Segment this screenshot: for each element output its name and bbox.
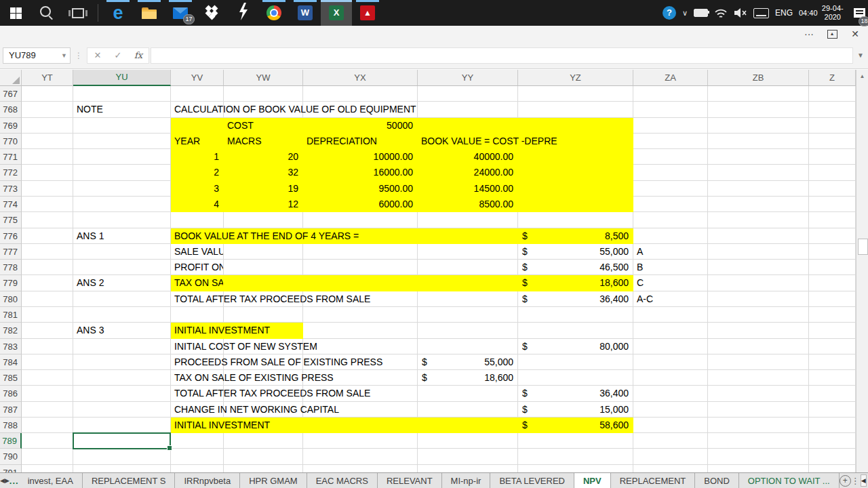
cell-YZ773[interactable] <box>518 181 633 197</box>
cell-ZB789[interactable] <box>708 433 809 449</box>
name-box-dropdown-icon[interactable]: ▼ <box>61 52 67 59</box>
cell-YT772[interactable] <box>22 165 73 180</box>
cell-ZB770[interactable] <box>708 134 809 149</box>
cell-YX789[interactable] <box>303 433 418 449</box>
cell-YW777[interactable] <box>224 244 303 260</box>
cell-YX774[interactable]: 6000.00 <box>303 197 418 212</box>
cell-Z778[interactable] <box>809 260 856 275</box>
cell-YU790[interactable] <box>73 449 171 464</box>
cell-YV772[interactable]: 2 <box>171 165 224 180</box>
taskbar-word-button[interactable]: W <box>290 0 321 26</box>
cell-YY767[interactable] <box>418 86 518 102</box>
row-header-778[interactable]: 778 <box>0 260 22 275</box>
cell-YX779[interactable] <box>303 275 418 291</box>
cell-YZ779[interactable]: $18,600 <box>518 275 633 291</box>
cell-YY774[interactable]: 8500.00 <box>418 197 518 212</box>
taskbar-search-button[interactable] <box>31 0 62 26</box>
language-indicator[interactable]: ENG <box>775 0 793 26</box>
cell-ZB784[interactable] <box>708 354 809 370</box>
cell-YW771[interactable]: 20 <box>224 149 303 165</box>
cell-YZ774[interactable] <box>518 197 633 212</box>
cell-YZ788[interactable]: $58,600 <box>518 418 633 433</box>
cell-YZ782[interactable] <box>518 323 633 338</box>
cell-YT782[interactable] <box>22 323 73 338</box>
cell-YU774[interactable] <box>73 197 171 212</box>
cell-YV775[interactable] <box>171 212 224 228</box>
scroll-up-icon[interactable]: ▲ <box>856 70 868 83</box>
cell-YT769[interactable] <box>22 118 73 134</box>
cell-ZB786[interactable] <box>708 386 809 401</box>
cell-ZA782[interactable] <box>633 323 708 338</box>
row-header-783[interactable]: 783 <box>0 339 22 354</box>
cell-YU784[interactable] <box>73 354 171 370</box>
cell-YY789[interactable] <box>418 433 518 449</box>
cell-YX777[interactable] <box>303 244 418 260</box>
taskbar-excel-button[interactable]: X <box>321 0 352 26</box>
cell-YV782[interactable]: INITIAL INVESTMENT <box>171 323 224 338</box>
cell-YZ790[interactable] <box>518 449 633 464</box>
cell-YV785[interactable]: TAX ON SALE OF EXISTING PRESS <box>171 370 224 386</box>
cell-YV774[interactable]: 4 <box>171 197 224 212</box>
cell-YY781[interactable] <box>418 307 518 323</box>
cell-Z783[interactable] <box>809 339 856 354</box>
cell-YZ789[interactable] <box>518 433 633 449</box>
cell-YZ777[interactable]: $55,000 <box>518 244 633 260</box>
cell-YW767[interactable] <box>224 86 303 102</box>
cell-YT790[interactable] <box>22 449 73 464</box>
cell-YT786[interactable] <box>22 386 73 401</box>
battery-icon[interactable] <box>694 0 708 26</box>
cell-YV791[interactable] <box>171 465 224 472</box>
cell-ZB776[interactable] <box>708 228 809 244</box>
cell-YY777[interactable] <box>418 244 518 260</box>
cell-YU788[interactable] <box>73 418 171 433</box>
cell-YX773[interactable]: 9500.00 <box>303 181 418 197</box>
cell-YV781[interactable] <box>171 307 224 323</box>
row-header-779[interactable]: 779 <box>0 275 22 291</box>
cell-Z791[interactable] <box>809 465 856 472</box>
cell-ZA777[interactable]: A <box>633 244 708 260</box>
enter-entry-button[interactable]: ✓ <box>108 50 128 60</box>
cell-YV767[interactable] <box>171 86 224 102</box>
cell-ZA776[interactable] <box>633 228 708 244</box>
cell-ZB767[interactable] <box>708 86 809 102</box>
taskbar-lightning-button[interactable] <box>227 0 258 26</box>
cell-ZA771[interactable] <box>633 149 708 165</box>
cell-YT776[interactable] <box>22 228 73 244</box>
cell-YY790[interactable] <box>418 449 518 464</box>
cell-YU785[interactable] <box>73 370 171 386</box>
cell-YT779[interactable] <box>22 275 73 291</box>
ribbon-display-options-button[interactable]: ··· <box>797 26 821 42</box>
new-sheet-button[interactable]: + <box>840 473 851 488</box>
column-header-YT[interactable]: YT <box>22 70 73 86</box>
cell-YX783[interactable] <box>303 339 418 354</box>
row-header-790[interactable]: 790 <box>0 449 22 464</box>
taskbar-edge-button[interactable]: e <box>102 0 134 26</box>
cell-YW775[interactable] <box>224 212 303 228</box>
cell-Z771[interactable] <box>809 149 856 165</box>
column-header-YW[interactable]: YW <box>224 70 303 86</box>
cell-YV784[interactable]: PROCEEDS FROM SALE OF EXISTING PRESS <box>171 354 224 370</box>
tray-chevron-icon[interactable]: ∨ <box>682 0 688 26</box>
cell-ZA791[interactable] <box>633 465 708 472</box>
cell-YV788[interactable]: INITIAL INVESTMENT <box>171 418 224 433</box>
cell-YT783[interactable] <box>22 339 73 354</box>
row-header-785[interactable]: 785 <box>0 370 22 386</box>
cell-YT785[interactable] <box>22 370 73 386</box>
cell-YT784[interactable] <box>22 354 73 370</box>
cell-YW779[interactable] <box>224 275 303 291</box>
cell-Z768[interactable] <box>809 102 856 117</box>
column-header-YV[interactable]: YV <box>171 70 224 86</box>
cell-YU767[interactable] <box>73 86 171 102</box>
row-header-789[interactable]: 789 <box>0 433 22 449</box>
cell-YZ780[interactable]: $36,400 <box>518 291 633 307</box>
selected-cell-YU789[interactable] <box>73 432 171 449</box>
cell-ZA786[interactable] <box>633 386 708 401</box>
cell-Z767[interactable] <box>809 86 856 102</box>
more-sheets-button[interactable]: ... <box>9 473 19 488</box>
sheet-tab-eac-macrs[interactable]: EAC MACRS <box>307 473 378 488</box>
cell-YZ785[interactable] <box>518 370 633 386</box>
cell-YW773[interactable]: 19 <box>224 181 303 197</box>
sheet-tab-invest-eaa[interactable]: invest, EAA <box>19 473 83 488</box>
cell-ZB777[interactable] <box>708 244 809 260</box>
cell-Z786[interactable] <box>809 386 856 401</box>
